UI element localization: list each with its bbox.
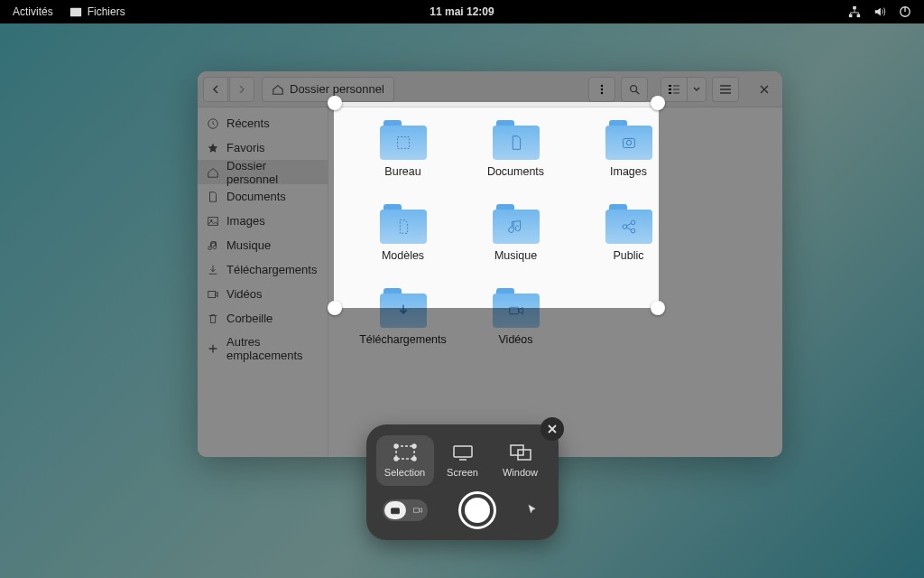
sidebar-item-other[interactable]: Autres emplacements bbox=[198, 336, 328, 360]
sidebar-item-recents[interactable]: Récents bbox=[198, 111, 328, 135]
folder-label: Images bbox=[610, 165, 647, 178]
camera-icon bbox=[390, 505, 401, 516]
svg-point-33 bbox=[412, 444, 416, 448]
folder-label: Téléchargements bbox=[359, 333, 447, 346]
screenshot-panel: Selection Screen Window bbox=[366, 424, 559, 540]
chevron-down-icon bbox=[692, 85, 701, 94]
folder-grid: Bureau Documents Images Modèles Musique … bbox=[328, 107, 782, 457]
app-menu[interactable]: Fichiers bbox=[69, 5, 125, 18]
show-pointer-toggle[interactable] bbox=[526, 503, 542, 517]
close-icon bbox=[759, 84, 770, 95]
svg-rect-21 bbox=[208, 217, 218, 225]
sidebar-item-label: Corbeille bbox=[226, 312, 273, 325]
sidebar-item-downloads[interactable]: Téléchargements bbox=[198, 257, 328, 282]
sidebar-item-videos[interactable]: Vidéos bbox=[198, 282, 328, 306]
folder-videos[interactable]: Vidéos bbox=[459, 288, 572, 372]
capture-button[interactable] bbox=[458, 491, 496, 529]
sidebar-item-trash[interactable]: Corbeille bbox=[198, 306, 328, 331]
folder-bureau[interactable]: Bureau bbox=[346, 120, 459, 204]
selection-icon bbox=[393, 443, 417, 461]
activities-button[interactable]: Activités bbox=[13, 5, 53, 18]
mode-label: Window bbox=[503, 467, 538, 478]
sidebar-item-favorites[interactable]: Favoris bbox=[198, 135, 328, 160]
mode-label: Selection bbox=[384, 467, 425, 478]
folder-images[interactable]: Images bbox=[572, 120, 685, 204]
network-icon[interactable] bbox=[848, 5, 861, 18]
folder-label: Musique bbox=[494, 249, 537, 262]
places-sidebar: Récents Favoris Dossier personnel Docume… bbox=[198, 107, 328, 457]
sidebar-item-label: Dossier personnel bbox=[226, 159, 319, 186]
svg-rect-12 bbox=[669, 89, 671, 90]
svg-rect-3 bbox=[857, 14, 861, 18]
sidebar-item-images[interactable]: Images bbox=[198, 209, 328, 233]
svg-point-27 bbox=[623, 225, 627, 229]
videocam-icon bbox=[412, 505, 423, 516]
sidebar-item-documents[interactable]: Documents bbox=[198, 184, 328, 209]
svg-rect-23 bbox=[208, 291, 216, 297]
screen-icon bbox=[451, 443, 475, 461]
folder-public[interactable]: Public bbox=[572, 204, 685, 288]
selection-handle-tl[interactable] bbox=[328, 96, 342, 110]
sidebar-item-music[interactable]: Musique bbox=[198, 233, 328, 257]
folder-label: Public bbox=[613, 249, 643, 262]
volume-icon[interactable] bbox=[873, 5, 886, 18]
nav-forward-button[interactable] bbox=[229, 77, 254, 102]
path-label: Dossier personnel bbox=[290, 82, 384, 96]
window-close-button[interactable] bbox=[752, 77, 777, 102]
photo-toggle[interactable] bbox=[384, 501, 406, 519]
mode-screen-button[interactable]: Screen bbox=[434, 435, 492, 486]
svg-point-28 bbox=[631, 220, 635, 225]
mode-label: Screen bbox=[447, 467, 478, 478]
view-options-button[interactable] bbox=[687, 77, 707, 102]
svg-rect-40 bbox=[392, 508, 400, 514]
svg-point-32 bbox=[394, 444, 398, 448]
power-icon[interactable] bbox=[899, 5, 911, 18]
sidebar-item-label: Images bbox=[226, 214, 265, 228]
folder-modeles[interactable]: Modèles bbox=[346, 204, 459, 288]
pathbar[interactable]: Dossier personnel bbox=[262, 77, 394, 102]
sidebar-item-label: Vidéos bbox=[226, 287, 263, 301]
clock[interactable]: 11 mai 12:09 bbox=[430, 5, 494, 18]
mode-window-button[interactable]: Window bbox=[492, 435, 550, 486]
svg-rect-31 bbox=[396, 446, 414, 459]
close-icon bbox=[547, 424, 558, 434]
sidebar-item-label: Récents bbox=[226, 117, 270, 130]
files-app-icon bbox=[69, 5, 82, 18]
capture-type-toggle[interactable] bbox=[383, 499, 428, 521]
folder-label: Documents bbox=[487, 165, 544, 178]
svg-rect-2 bbox=[849, 14, 853, 18]
selection-handle-br[interactable] bbox=[651, 301, 665, 315]
view-grid-button[interactable] bbox=[661, 77, 688, 102]
view-list-button[interactable] bbox=[712, 77, 739, 102]
video-toggle[interactable] bbox=[408, 499, 428, 521]
sidebar-item-label: Musique bbox=[226, 238, 271, 252]
hamburger-menu-button[interactable] bbox=[588, 77, 615, 102]
search-button[interactable] bbox=[621, 77, 648, 102]
home-icon bbox=[272, 83, 284, 96]
selection-handle-bl[interactable] bbox=[328, 301, 342, 315]
screenshot-close-button[interactable] bbox=[541, 417, 564, 441]
svg-rect-1 bbox=[853, 6, 856, 10]
headerbar: Dossier personnel bbox=[198, 71, 782, 107]
svg-rect-13 bbox=[669, 92, 671, 94]
svg-point-9 bbox=[631, 85, 637, 91]
sidebar-item-label: Favoris bbox=[226, 141, 265, 154]
svg-rect-30 bbox=[509, 307, 518, 313]
window-icon bbox=[509, 443, 532, 461]
folder-musique[interactable]: Musique bbox=[459, 204, 572, 288]
folder-documents[interactable]: Documents bbox=[459, 120, 572, 204]
app-menu-label: Fichiers bbox=[88, 5, 125, 18]
files-window: Dossier personnel Récents Favoris Dossie… bbox=[198, 71, 782, 457]
svg-point-6 bbox=[601, 84, 603, 86]
svg-point-29 bbox=[631, 228, 635, 233]
folder-telechargements[interactable]: Téléchargements bbox=[346, 288, 459, 372]
sidebar-item-home[interactable]: Dossier personnel bbox=[198, 160, 328, 184]
mode-selection-button[interactable]: Selection bbox=[376, 435, 434, 486]
sidebar-item-label: Documents bbox=[226, 190, 286, 203]
svg-point-34 bbox=[394, 457, 398, 461]
selection-handle-tr[interactable] bbox=[651, 96, 665, 110]
cursor-icon bbox=[526, 503, 539, 516]
folder-label: Vidéos bbox=[499, 333, 533, 346]
nav-back-button[interactable] bbox=[203, 77, 228, 102]
top-bar: Activités Fichiers 11 mai 12:09 bbox=[0, 0, 924, 23]
